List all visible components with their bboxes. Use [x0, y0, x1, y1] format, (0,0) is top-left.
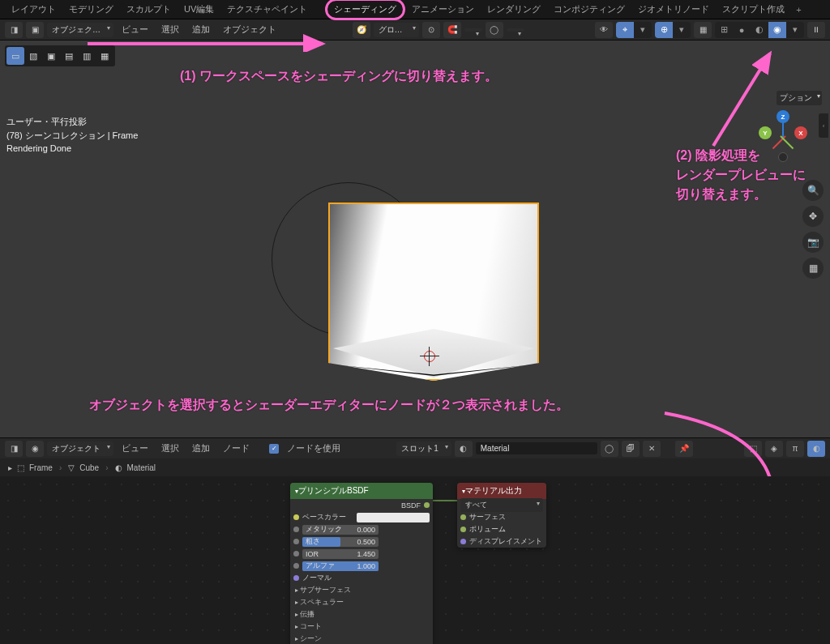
se-tool3-icon[interactable]: π: [786, 441, 804, 457]
material-icon[interactable]: ◐: [455, 441, 473, 457]
3d-viewport[interactable]: ▭ ▧ ▣ ▤ ▥ ▦ プション ユーザー・平行投影 (78) シーンコレクショ…: [0, 41, 830, 437]
select-box-icon[interactable]: ▧: [24, 47, 42, 65]
bc-frame[interactable]: Frame: [29, 463, 53, 472]
socket-surface[interactable]: [460, 514, 466, 520]
gizmo-dd-icon[interactable]: ▾: [634, 22, 652, 38]
overlay-dd-icon[interactable]: ▾: [673, 22, 691, 38]
bc-toggle-icon[interactable]: ▸: [8, 463, 12, 472]
tab-modeling[interactable]: モデリング: [62, 1, 120, 18]
shader-editor-type-icon[interactable]: ◨: [5, 441, 23, 457]
exp-sheen[interactable]: シーン: [290, 633, 433, 644]
n-panel-toggle[interactable]: ‹: [819, 113, 828, 138]
exp-trans[interactable]: 伝播: [290, 608, 433, 621]
interaction-mode-icon[interactable]: ▣: [26, 22, 44, 38]
tab-script[interactable]: スクリプト作成: [716, 1, 791, 18]
snap-dropdown[interactable]: [464, 28, 482, 32]
shading-wireframe-icon[interactable]: ⊞: [715, 22, 733, 38]
tab-texpaint[interactable]: テクスチャペイント: [220, 1, 325, 18]
tab-render[interactable]: レンダリング: [481, 1, 547, 18]
snap-icon[interactable]: 🧲: [443, 22, 461, 38]
viewport-options-dropdown[interactable]: プション: [777, 91, 822, 105]
shading-rendered-icon[interactable]: ◉: [768, 22, 786, 38]
tab-layout[interactable]: レイアウト: [5, 1, 62, 18]
move-view-icon[interactable]: ✥: [802, 206, 824, 227]
socket-normal[interactable]: [293, 575, 299, 581]
xray-icon[interactable]: ▦: [694, 22, 712, 38]
menu-object[interactable]: オブジェクト: [218, 23, 281, 36]
select-inv-icon[interactable]: ▦: [96, 47, 113, 65]
shader-menu-view[interactable]: ビュー: [117, 442, 153, 454]
bc-material[interactable]: Material: [127, 463, 156, 472]
shading-dd-icon[interactable]: ▾: [786, 22, 804, 38]
tab-shading[interactable]: シェーディング: [325, 0, 405, 20]
ior-slider[interactable]: IOR1.450: [302, 549, 379, 559]
select-sub-icon[interactable]: ▤: [60, 47, 78, 65]
slot-dropdown[interactable]: スロット1: [396, 441, 451, 456]
socket-volume[interactable]: [460, 527, 466, 532]
shader-menu-select[interactable]: 選択: [156, 442, 184, 454]
socket-alpha[interactable]: [293, 563, 299, 569]
select-int-icon[interactable]: ▥: [78, 47, 96, 65]
shader-node-area[interactable]: プリンシプルBSDF BSDF ベースカラー メタリック0.000 粗さ0.50…: [0, 476, 830, 644]
socket-displacement[interactable]: [460, 539, 466, 544]
material-del-icon[interactable]: ✕: [643, 441, 661, 457]
se-tool4-icon[interactable]: ◐: [807, 441, 825, 457]
perspective-icon[interactable]: ▦: [802, 258, 824, 279]
se-tool2-icon[interactable]: ◈: [765, 441, 783, 457]
socket-bsdf-out[interactable]: [424, 502, 430, 508]
se-tool1-icon[interactable]: ⬚: [744, 441, 762, 457]
socket-ior[interactable]: [293, 551, 299, 557]
shader-menu-add[interactable]: 追加: [187, 442, 215, 454]
metallic-slider[interactable]: メタリック0.000: [302, 525, 379, 535]
bc-cube[interactable]: Cube: [79, 463, 99, 472]
node1-header[interactable]: プリンシプルBSDF: [290, 483, 433, 499]
pause-render-icon[interactable]: ⏸: [807, 22, 825, 38]
node2-header[interactable]: マテリアル出力: [457, 483, 546, 499]
socket-basecolor[interactable]: [293, 514, 299, 520]
alpha-slider[interactable]: アルファ1.000: [302, 561, 379, 571]
output-target-dropdown[interactable]: すべて: [460, 498, 543, 512]
material-copy-icon[interactable]: 🗐: [622, 441, 640, 457]
select-tweak-icon[interactable]: ▭: [6, 47, 24, 65]
tab-geo[interactable]: ジオメトリノード: [631, 1, 716, 18]
editor-type-icon[interactable]: ◨: [5, 22, 23, 38]
shading-solid-icon[interactable]: ●: [733, 22, 751, 38]
proportional-dropdown[interactable]: [507, 28, 524, 32]
tab-uvedit[interactable]: UV編集: [178, 1, 220, 18]
tab-sculpt[interactable]: スカルプト: [120, 1, 178, 18]
proportional-icon[interactable]: ◯: [486, 22, 503, 38]
shader-menu-node[interactable]: ノード: [218, 442, 255, 454]
socket-rough[interactable]: [293, 539, 299, 544]
pivot-icon[interactable]: ⊙: [422, 22, 440, 38]
shader-mode-dropdown[interactable]: オブジェクト: [47, 441, 113, 456]
material-name-input[interactable]: [476, 442, 597, 454]
basecolor-swatch[interactable]: [357, 513, 430, 522]
add-workspace-icon[interactable]: +: [791, 5, 806, 15]
tab-anim[interactable]: アニメーション: [405, 1, 481, 18]
overlay-toggle-icon[interactable]: ⊕: [655, 22, 673, 38]
socket-metallic[interactable]: [293, 527, 299, 532]
exp-spec[interactable]: スペキュラー: [290, 596, 433, 608]
pin-icon[interactable]: 📌: [675, 441, 693, 457]
orientation-dropdown[interactable]: グロ…: [374, 23, 419, 37]
shading-matprev-icon[interactable]: ◐: [751, 22, 768, 38]
gizmo-x-icon[interactable]: X: [794, 126, 807, 139]
material-pin-icon[interactable]: ◯: [601, 441, 618, 457]
gizmo-z-icon[interactable]: Z: [777, 110, 789, 123]
node-material-output[interactable]: マテリアル出力 すべて サーフェス ボリューム ディスプレイスメント: [457, 483, 546, 548]
exp-coat[interactable]: コート: [290, 621, 433, 633]
roughness-slider[interactable]: 粗さ0.500: [302, 537, 379, 547]
use-nodes-checkbox[interactable]: ✓: [269, 444, 279, 454]
camera-view-icon[interactable]: 📷: [802, 232, 824, 253]
menu-view[interactable]: ビュー: [117, 23, 153, 36]
node-principled-bsdf[interactable]: プリンシプルBSDF BSDF ベースカラー メタリック0.000 粗さ0.50…: [290, 483, 433, 644]
visibility-icon[interactable]: 👁: [595, 22, 613, 38]
tab-comp[interactable]: コンポジティング: [547, 1, 631, 18]
menu-add[interactable]: 追加: [187, 23, 215, 36]
menu-select[interactable]: 選択: [156, 23, 184, 36]
gizmo-y-icon[interactable]: Y: [759, 126, 772, 139]
select-extend-icon[interactable]: ▣: [42, 47, 60, 65]
gizmo-toggle-icon[interactable]: ⌖: [616, 22, 634, 38]
orientation-icon[interactable]: 🧭: [353, 22, 370, 38]
exp-sss[interactable]: サブサーフェス: [290, 584, 433, 596]
